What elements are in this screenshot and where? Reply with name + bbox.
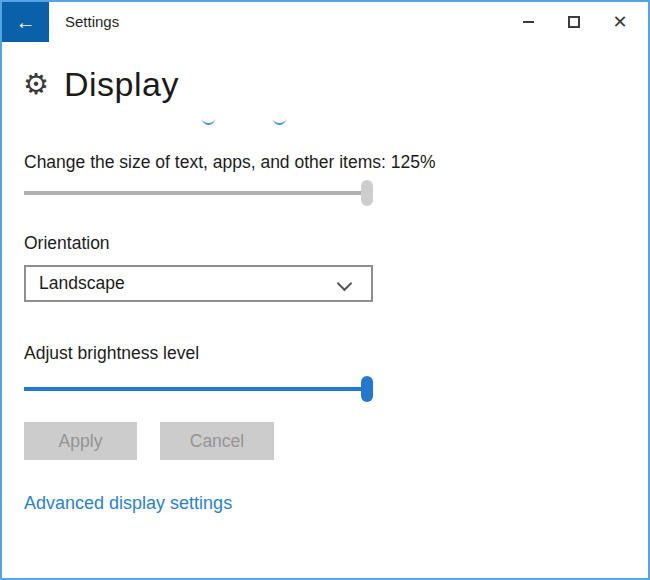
- apply-button[interactable]: Apply: [24, 422, 137, 460]
- arrow-left-icon: ←: [16, 12, 36, 32]
- page-header: ⚙ Display: [23, 65, 179, 104]
- scaling-slider-thumb[interactable]: [361, 180, 373, 206]
- titlebar: ← Settings ✕: [2, 2, 648, 42]
- minimize-icon: [523, 21, 534, 23]
- page-title: Display: [64, 65, 179, 104]
- chevron-down-icon: [337, 276, 353, 292]
- gear-icon: ⚙: [23, 70, 49, 99]
- settings-window: ← Settings ✕ ⚙ Display Change the size o…: [0, 0, 650, 580]
- brightness-label: Adjust brightness level: [24, 343, 199, 364]
- scaling-slider[interactable]: [24, 180, 373, 206]
- window-title: Settings: [65, 2, 119, 42]
- brightness-slider-track[interactable]: [24, 387, 373, 391]
- clipped-link-text-descender: [273, 118, 286, 125]
- caption-buttons: ✕: [505, 2, 643, 42]
- scaling-label: Change the size of text, apps, and other…: [24, 152, 436, 173]
- advanced-display-settings-link[interactable]: Advanced display settings: [24, 493, 232, 514]
- orientation-label: Orientation: [24, 233, 110, 254]
- clipped-link-text-descender: [202, 118, 215, 125]
- back-button[interactable]: ←: [2, 2, 49, 42]
- brightness-slider[interactable]: [24, 376, 373, 402]
- close-icon: ✕: [612, 13, 627, 31]
- orientation-selected-value: Landscape: [39, 273, 125, 294]
- brightness-slider-thumb[interactable]: [361, 376, 373, 402]
- minimize-button[interactable]: [505, 2, 551, 42]
- cancel-button[interactable]: Cancel: [160, 422, 274, 460]
- orientation-dropdown[interactable]: Landscape: [24, 265, 373, 302]
- scaling-slider-track[interactable]: [24, 191, 373, 195]
- maximize-button[interactable]: [551, 2, 597, 42]
- close-button[interactable]: ✕: [597, 2, 643, 42]
- maximize-icon: [568, 16, 580, 28]
